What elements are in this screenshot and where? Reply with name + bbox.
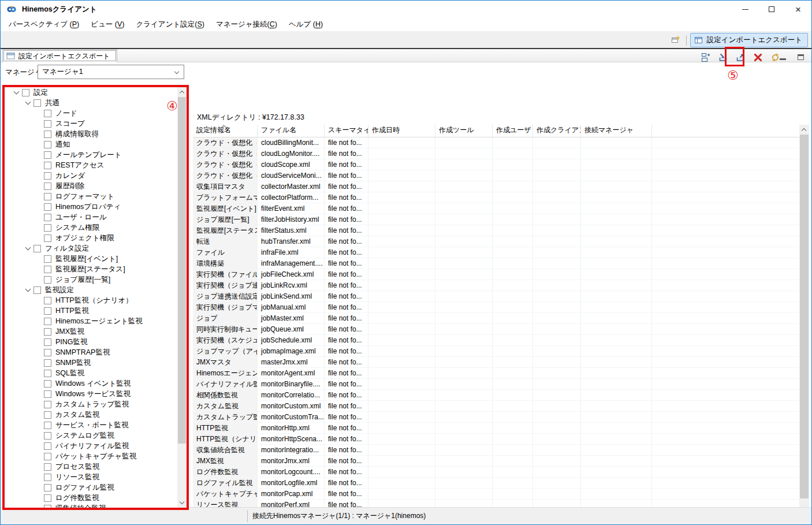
tree-expand-icon[interactable] [33,368,44,378]
tree-item-checkbox[interactable] [44,214,51,221]
tree-item-checkbox[interactable] [44,453,51,460]
table-row[interactable]: ジョブ連携送信設定 jobLinkSend.xml file not fo... [193,291,800,302]
tree-item[interactable]: カスタムトラップ監視 [5,399,177,409]
table-row[interactable]: クラウド・仮想化（ク... cloudScope.xml file not fo… [193,159,800,170]
tree-item-checkbox[interactable] [44,151,51,159]
tree-item-checkbox[interactable] [44,390,51,398]
tree-expand-icon[interactable] [33,347,44,358]
tree-item-checkbox[interactable] [44,370,51,377]
column-header[interactable]: スキーマタイプ [325,125,368,137]
tree-item-checkbox[interactable] [44,359,51,367]
tree-expand-icon[interactable] [33,337,44,347]
tree-expand-icon[interactable] [33,181,44,191]
tree-item[interactable]: HTTP監視（シナリオ） [5,295,177,306]
tree-item-checkbox[interactable] [44,193,51,200]
tree-expand-icon[interactable] [33,212,44,222]
tree-expand-icon[interactable] [33,150,44,160]
reset-layout-button[interactable] [699,51,712,64]
open-perspective-button[interactable] [670,34,683,47]
tree-expand-icon[interactable] [33,461,44,472]
tree-item-checkbox[interactable] [44,183,51,190]
tree-item-checkbox[interactable] [44,255,51,263]
table-row[interactable]: ログファイル監視 monitorLogfile.xml file not fo.… [193,478,800,489]
tree-expand-icon[interactable] [33,358,44,368]
tree-expand-icon[interactable] [33,316,44,326]
table-row[interactable]: ジョブ jobMaster.xml file not fo... [193,313,800,324]
tree-scroll-down-button[interactable] [177,498,187,508]
tree-item[interactable]: Windows イベント監視 [5,378,177,389]
table-scroll-up-button[interactable] [799,125,809,135]
menu-item[interactable]: ヘルプ (H) [283,18,329,31]
tree-item-checkbox[interactable] [44,141,51,148]
table-row[interactable]: 実行契機（ジョブ連... jobLinkRcv.xml file not fo.… [193,280,800,291]
tree-item-checkbox[interactable] [44,328,51,336]
tree-item-checkbox[interactable] [44,401,51,408]
tree-item[interactable]: ノード [5,108,177,118]
tree-scrollbar[interactable] [177,87,187,508]
tree-item-checkbox[interactable] [44,474,51,481]
table-row[interactable]: クラウド・仮想化（ロ... cloudLogMonitor.... file n… [193,148,800,159]
tree-item-checkbox[interactable] [44,422,51,429]
tree-expand-icon[interactable] [33,451,44,461]
tree-expand-icon[interactable] [33,326,44,337]
tree-expand-icon[interactable] [33,254,44,264]
tree-item-checkbox[interactable] [44,463,51,471]
close-button[interactable] [785,1,811,18]
tree-item[interactable]: RESTアクセス [5,160,177,170]
tree-expand-icon[interactable] [33,139,44,150]
tree-item-checkbox[interactable] [22,89,29,96]
table-row[interactable]: 実行契機（スケジュ... jobSchedule.xml file not fo… [193,335,800,346]
table-row[interactable]: JMXマスタ masterJmx.xml file not fo... [193,357,800,368]
table-row[interactable]: 環境構築 infraManagement.... file not fo... [193,258,800,269]
tree-expand-icon[interactable] [33,409,44,420]
view-tab[interactable]: 設定インポートエクスポート [2,49,117,62]
tree-item-checkbox[interactable] [44,484,51,492]
tree-item[interactable]: JMX監視 [5,326,177,337]
tree-item[interactable]: メールテンプレート [5,150,177,160]
tree-expand-icon[interactable] [33,160,44,170]
tree-expand-icon[interactable] [12,87,22,98]
column-header[interactable]: 作成日時 [368,125,435,137]
tree-item-checkbox[interactable] [44,203,51,211]
tree-item-checkbox[interactable] [44,120,51,128]
tree-item[interactable]: 通知 [5,139,177,150]
table-row[interactable]: 実行契機（ジョブマ... jobManual.xml file not fo..… [193,302,800,313]
tree-item[interactable]: オブジェクト権限 [5,233,177,243]
table-row[interactable]: 相関係数監視 monitorCorrelatio... file not fo.… [193,390,800,401]
column-header[interactable]: 作成ツール [435,125,493,137]
menu-item[interactable]: マネージャ接続(C) [210,18,283,31]
tree-item[interactable]: 収集値統合監視 [5,503,177,508]
manager-combobox[interactable]: マネージャ1 [38,65,184,79]
column-header[interactable]: 作成ユーザ [493,125,533,137]
column-header[interactable]: 作成クライアント [533,125,581,137]
tree-item[interactable]: 履歴削除 [5,181,177,191]
tree-item[interactable]: ユーザ・ロール [5,212,177,222]
perspective-button-import-export[interactable]: 設定インポートエクスポート [690,33,808,47]
table-row[interactable]: 実行契機（ファイル... jobFileCheck.xml file not f… [193,269,800,280]
tree-expand-icon[interactable] [33,129,44,139]
tree-expand-icon[interactable] [33,264,44,274]
column-header[interactable]: 接続マネージャ [581,125,652,137]
table-row[interactable]: JMX監視 monitorJmx.xml file not fo... [193,456,800,467]
tree-item[interactable]: ログ件数監視 [5,493,177,503]
menu-item[interactable]: ビュー (V) [85,18,130,31]
tree-expand-icon[interactable] [23,243,33,254]
tree-scroll-thumb[interactable] [178,97,186,444]
table-row[interactable]: カスタムトラップ監視 monitorCustomTra... file not … [193,412,800,423]
table-row[interactable]: ファイル infraFile.xml file not fo... [193,247,800,258]
tree-item[interactable]: 監視設定 [5,285,177,295]
tree-expand-icon[interactable] [33,202,44,212]
column-header[interactable]: 設定情報名 [193,125,258,137]
tree-item-checkbox[interactable] [33,286,41,294]
tree-item-checkbox[interactable] [44,162,51,169]
tree-item[interactable]: 設定 [5,87,177,98]
table-scrollbar[interactable] [799,125,809,525]
tree-item[interactable]: PING監視 [5,337,177,347]
tree-expand-icon[interactable] [33,493,44,503]
tree-item-checkbox[interactable] [44,442,51,450]
tree-item[interactable]: リソース監視 [5,472,177,482]
tree-item-checkbox[interactable] [44,224,51,232]
tree-expand-icon[interactable] [33,503,44,508]
tree-item[interactable]: Hinemosエージェント監視 [5,316,177,326]
tree-expand-icon[interactable] [33,233,44,243]
